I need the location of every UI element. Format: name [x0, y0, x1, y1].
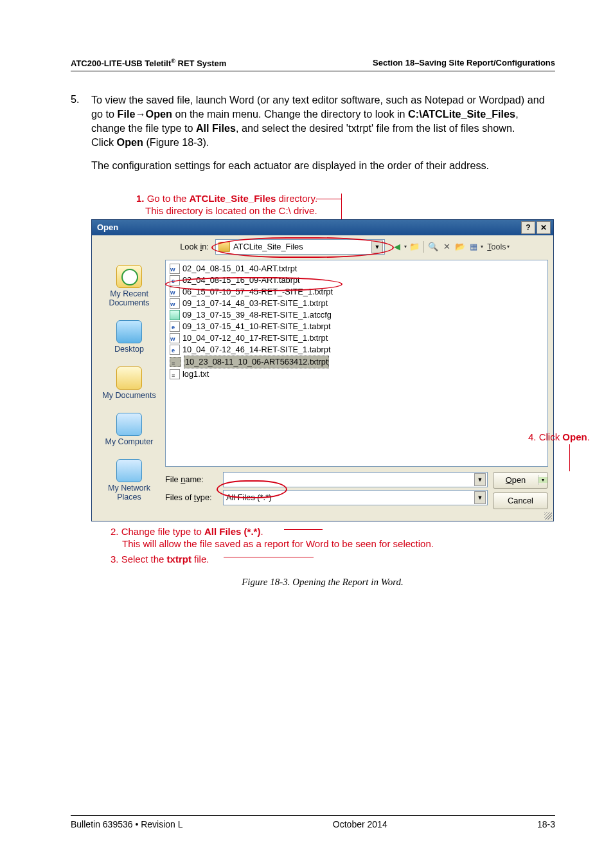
delete-button[interactable]: ✕ [441, 241, 452, 253]
header-left-prefix: ATC200-LITE-USB Teletilt [71, 59, 171, 68]
file-item[interactable]: 06_15_07-10_57_45-RET_-SITE_1.txtrpt [170, 286, 544, 298]
place-recent[interactable]: My Recent Documents [97, 265, 161, 307]
page-footer: Bulletin 639536 • Revision L October 201… [71, 815, 555, 829]
open-dropdown-icon[interactable]: ▾ [538, 477, 547, 483]
file-icon [170, 345, 180, 355]
back-dropdown-icon[interactable]: ▾ [404, 244, 407, 249]
file-icon [170, 369, 180, 379]
t: Files of [165, 493, 194, 502]
file-item[interactable]: 10_23_08-11_10_06-ART563412.txtrpt [170, 356, 544, 368]
mydocs-icon [116, 366, 142, 390]
cancel-button[interactable]: Cancel [493, 493, 548, 509]
file-icon [170, 310, 180, 320]
t: pen [512, 475, 526, 485]
callout-1-a: Go to the [145, 193, 190, 204]
file-item[interactable]: 09_13_07-15_39_48-RET-SITE_1.atccfg [170, 309, 544, 321]
file-name: 02_04_08-15_01_40-ART.txtrpt [182, 263, 297, 275]
file-name: 02_04_08-15_16_09-ART.tabrpt [182, 275, 300, 286]
t: O [506, 475, 512, 485]
footer-right: 18-3 [537, 819, 555, 829]
tools-menu[interactable]: Tools [485, 242, 506, 251]
place-label: My Documents [97, 391, 161, 400]
file-list[interactable]: 02_04_08-15_01_40-ART.txtrpt02_04_08-15_… [165, 260, 548, 467]
views-button[interactable]: ▦ [468, 241, 479, 253]
recent-icon [116, 265, 142, 288]
t: 4. Click [528, 431, 562, 442]
close-button[interactable]: ✕ [537, 221, 551, 234]
help-button[interactable]: ? [521, 221, 535, 234]
step-followup: The configuration settings for each actu… [91, 159, 555, 173]
place-desktop[interactable]: Desktop [97, 320, 161, 354]
t: 3. Select the [111, 554, 167, 565]
file-item[interactable]: 10_04_07-12_40_17-RET-SITE_1.txtrpt [170, 332, 544, 344]
file-name: 10_23_08-11_10_06-ART563412.txtrpt [184, 356, 329, 368]
place-network[interactable]: My Network Places [97, 459, 161, 502]
figure-18-3: 1. Go to the ATCLite_Site_Files director… [91, 192, 554, 566]
callout-3: 3. Select the txtrpt file. [111, 553, 554, 566]
callout-2: 2. Change file type to All Files (*.*). … [111, 525, 554, 550]
place-mycomp[interactable]: My Computer [97, 413, 161, 446]
views-dropdown-icon[interactable]: ▾ [481, 244, 483, 249]
place-mydocs[interactable]: My Documents [97, 366, 161, 400]
open-button[interactable]: Open ▾ [493, 472, 548, 489]
t: . [260, 526, 263, 537]
t: txtrpt [167, 554, 191, 565]
header-left: ATC200-LITE-USB Teletilt® RET System [71, 58, 226, 68]
t: , and select the desired 'txtrpt' file f… [236, 122, 515, 134]
file-item[interactable]: 02_04_08-15_01_40-ART.txtrpt [170, 263, 544, 275]
file-icon [170, 287, 180, 297]
folder-icon [218, 242, 230, 252]
look-in-label: Look in: [165, 242, 209, 251]
file-item[interactable]: log1.txt [170, 368, 544, 380]
page-header: ATC200-LITE-USB Teletilt® RET System Sec… [71, 58, 555, 71]
t: . [587, 431, 590, 442]
callout-2-sub: This will allow the file saved as a repo… [122, 538, 434, 549]
chevron-down-icon[interactable]: ▼ [474, 491, 486, 504]
callout-1-b: ATCLite_Site_Files [190, 193, 276, 204]
t: All Files (*.*) [204, 526, 261, 537]
file-name: 09_13_07-14_48_03-RET-SITE_1.txtrpt [182, 298, 328, 309]
t: Open [146, 108, 172, 120]
callout-line [224, 557, 314, 557]
t: File [118, 108, 136, 120]
resize-grip-icon[interactable] [544, 512, 552, 520]
back-button[interactable]: ◀ [391, 241, 403, 253]
network-icon [116, 459, 142, 482]
filename-field[interactable]: ▼ [223, 472, 488, 487]
file-item[interactable]: 10_04_07-12_46_14-RET-SITE_1.tabrpt [170, 344, 544, 356]
t: (Figure 18-3). [143, 136, 209, 148]
search-web-button[interactable]: 🔍 [427, 241, 439, 253]
t: Click [91, 136, 117, 148]
mycomp-icon [116, 413, 142, 436]
figure-caption: Figure 18-3. Opening the Report in Word. [91, 577, 554, 588]
chevron-down-icon[interactable]: ▼ [474, 473, 486, 486]
step-text: To view the saved file, launch Word (or … [91, 93, 555, 149]
chevron-down-icon[interactable]: ▼ [371, 240, 383, 253]
places-bar: My Recent Documents Desktop My Documents… [97, 239, 161, 514]
t: ype: [196, 493, 211, 502]
separator [423, 241, 424, 253]
t: → [135, 108, 145, 120]
file-item[interactable]: 09_13_07-14_48_03-RET-SITE_1.txtrpt [170, 298, 544, 309]
file-item[interactable]: 09_13_07-15_41_10-RET-SITE_1.tabrpt [170, 321, 544, 332]
new-folder-button[interactable]: 📂 [454, 241, 466, 253]
t: n: [202, 242, 209, 251]
t: Open [562, 431, 587, 442]
file-item[interactable]: 02_04_08-15_16_09-ART.tabrpt [170, 275, 544, 286]
filetype-value: All Files (*.*) [226, 493, 271, 502]
up-one-level-button[interactable]: 📁 [409, 241, 420, 253]
look-in-combo[interactable]: ATCLite_Site_Files ▼ [215, 239, 385, 255]
filetype-field[interactable]: All Files (*.*) ▼ [223, 490, 488, 505]
callout-4: 4. Click Open. [528, 431, 612, 442]
file-name: 10_04_07-12_46_14-RET-SITE_1.tabrpt [182, 344, 331, 356]
desktop-icon [116, 320, 142, 343]
tools-dropdown-icon[interactable]: ▾ [507, 244, 510, 249]
file-icon [170, 333, 180, 343]
file-name: 09_13_07-15_39_48-RET-SITE_1.atccfg [182, 309, 332, 321]
dialog-title: Open [97, 222, 118, 232]
header-sup: ® [171, 58, 175, 64]
t: 2. Change file type to [111, 526, 204, 537]
place-label: My Computer [97, 437, 161, 446]
header-right: Section 18–Saving Site Report/Configurat… [373, 58, 555, 68]
filename-label: File name: [165, 475, 219, 484]
